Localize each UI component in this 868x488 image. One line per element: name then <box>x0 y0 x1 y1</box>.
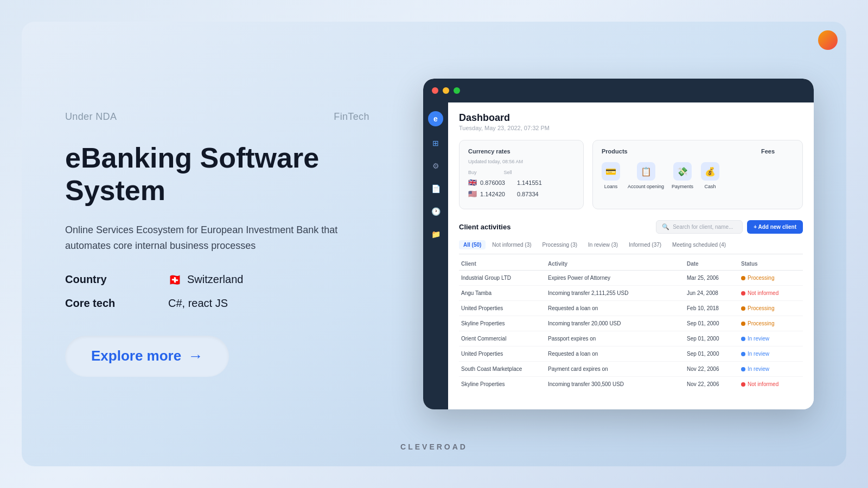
activities-title: Client activities <box>459 223 510 231</box>
fees-title: Fees <box>761 148 794 155</box>
cell-activity: Incoming transfer 20,000 USD <box>548 320 687 326</box>
cell-status: Not informed <box>741 381 801 387</box>
cell-date: Mar 25, 2006 <box>687 275 741 281</box>
table-row[interactable]: United Properties Requested a loan on Se… <box>459 346 803 362</box>
cell-client: South Coast Marketplace <box>461 366 548 372</box>
right-panel: e ⊞ ⚙ 📄 🕐 📁 Dashboard Tuesday, May 23, 2… <box>401 79 814 409</box>
table-row[interactable]: United Properties Requested a loan on Fe… <box>459 301 803 316</box>
table-row[interactable]: Industrial Group LTD Expires Power of At… <box>459 271 803 286</box>
tech-label: Core tech <box>65 297 136 310</box>
cell-client: United Properties <box>461 305 548 311</box>
status-label: Not informed <box>748 290 778 296</box>
description: Online Services Ecosystem for European I… <box>65 222 369 254</box>
sidebar-icon-docs[interactable]: 📄 <box>430 183 442 195</box>
col-client: Client <box>461 261 548 267</box>
tab-meeting[interactable]: Meeting scheduled (4) <box>668 240 730 249</box>
client-activities: Client activities 🔍 Search for client, n… <box>459 220 803 391</box>
products-fees-card: Products 💳 Loans 📋 Account o <box>592 140 803 209</box>
fees-section: Fees <box>761 148 794 155</box>
account-opening-icon: 📋 <box>637 162 655 181</box>
dashboard-window: e ⊞ ⚙ 📄 🕐 📁 Dashboard Tuesday, May 23, 2… <box>423 79 814 409</box>
table-header: Client Activity Date Status <box>459 261 803 271</box>
dashboard-subtitle: Tuesday, May 23, 2022, 07:32 PM <box>459 125 803 131</box>
cell-status: In review <box>741 366 801 372</box>
tab-in-review[interactable]: In review (3) <box>584 240 622 249</box>
table-row[interactable]: Orient Commercial Passport expires on Se… <box>459 331 803 346</box>
cell-status: In review <box>741 351 801 357</box>
status-label: In review <box>748 336 769 342</box>
status-dot <box>741 291 745 296</box>
sidebar-icon-clock[interactable]: 🕐 <box>430 206 442 217</box>
col-activity: Activity <box>548 261 687 267</box>
country-row: Country 🇨🇭 Switzerland <box>65 273 401 286</box>
tab-processing[interactable]: Processing (3) <box>538 240 582 249</box>
status-label: In review <box>748 366 769 372</box>
filter-tabs: All (50) Not informed (3) Processing (3)… <box>459 240 803 254</box>
tag-row: Under NDA FinTech <box>65 111 401 123</box>
sidebar-icon-files[interactable]: 📁 <box>430 228 442 240</box>
account-opening-label: Account opening <box>628 184 664 190</box>
cell-date: Sep 01, 2000 <box>687 336 741 342</box>
explore-button[interactable]: Explore more → <box>65 336 229 377</box>
meta-table: Country 🇨🇭 Switzerland Core tech C#, rea… <box>65 273 401 310</box>
activities-header: Client activities 🔍 Search for client, n… <box>459 220 803 234</box>
products-title: Products <box>602 148 761 155</box>
flag-ch: 🇨🇭 <box>168 273 182 286</box>
search-placeholder: Search for client, name... <box>673 224 733 230</box>
cell-client: Skyline Properties <box>461 320 548 326</box>
tab-not-informed[interactable]: Not informed (3) <box>488 240 535 249</box>
currency-updated: Updated today, 08:56 AM <box>468 159 575 164</box>
add-client-button[interactable]: + Add new client <box>747 220 803 234</box>
cell-client: Skyline Properties <box>461 381 548 387</box>
table-row[interactable]: Skyline Properties Incoming transfer 300… <box>459 377 803 391</box>
cell-date: Nov 22, 2006 <box>687 381 741 387</box>
sidebar-icon-users[interactable]: ⚙ <box>430 160 442 172</box>
table-body: Industrial Group LTD Expires Power of At… <box>459 271 803 391</box>
flag-gbp: 🇬🇧 <box>468 178 477 187</box>
sell-col-label: Sell <box>504 170 512 175</box>
buy-col-label: Buy <box>468 170 477 175</box>
page-wrapper: Under NDA FinTech eBanking Software Syst… <box>22 22 846 466</box>
cash-icon: 💰 <box>701 162 719 181</box>
main-content: Dashboard Tuesday, May 23, 2022, 07:32 P… <box>448 102 814 409</box>
flag-usd: 🇺🇸 <box>468 190 477 198</box>
explore-label: Explore more <box>91 348 181 364</box>
product-icons: 💳 Loans 📋 Account opening <box>602 162 761 190</box>
sidebar-icon-dashboard[interactable]: ⊞ <box>430 137 442 149</box>
table-row[interactable]: Skyline Properties Incoming transfer 20,… <box>459 316 803 331</box>
currency-labels: Buy Sell <box>468 170 575 175</box>
tab-informed[interactable]: Informed (37) <box>624 240 666 249</box>
cell-client: Orient Commercial <box>461 336 548 342</box>
product-account-opening[interactable]: 📋 Account opening <box>628 162 664 190</box>
status-dot <box>741 367 745 371</box>
status-label: Not informed <box>748 381 778 387</box>
search-icon: 🔍 <box>662 223 669 230</box>
cell-client: Industrial Group LTD <box>461 275 548 281</box>
cell-client: United Properties <box>461 351 548 357</box>
gbp-buy: 0.876003 <box>480 179 505 186</box>
status-dot <box>741 382 745 387</box>
tab-all[interactable]: All (50) <box>459 240 486 249</box>
gbp-sell: 1.141551 <box>517 179 542 186</box>
titlebar-expand-dot <box>454 87 460 94</box>
currency-card: Currency rates Updated today, 08:56 AM B… <box>459 140 584 209</box>
product-loans[interactable]: 💳 Loans <box>602 162 620 190</box>
currency-row-usd: 🇺🇸 1.142420 0.87334 <box>468 190 575 198</box>
payments-icon: 💸 <box>673 162 692 181</box>
top-cards: Currency rates Updated today, 08:56 AM B… <box>459 140 803 209</box>
cell-activity: Incoming transfer 300,500 USD <box>548 381 687 387</box>
search-bar[interactable]: 🔍 Search for client, name... <box>656 220 743 234</box>
country-label: Country <box>65 273 136 286</box>
activities-controls: 🔍 Search for client, name... + Add new c… <box>656 220 803 234</box>
table-row[interactable]: South Coast Marketplace Payment card exp… <box>459 362 803 377</box>
titlebar-minimize-dot <box>443 87 449 94</box>
cell-date: Nov 22, 2006 <box>687 366 741 372</box>
cell-activity: Expires Power of Attorney <box>548 275 687 281</box>
table-row[interactable]: Angu Tamba Incoming transfer 2,111,255 U… <box>459 286 803 301</box>
product-cash[interactable]: 💰 Cash <box>701 162 719 190</box>
product-payments[interactable]: 💸 Payments <box>672 162 693 190</box>
cell-activity: Payment card expires on <box>548 366 687 372</box>
cell-activity: Requested a loan on <box>548 351 687 357</box>
tag-fintech: FinTech <box>334 111 369 123</box>
main-title: eBanking Software System <box>65 142 401 207</box>
